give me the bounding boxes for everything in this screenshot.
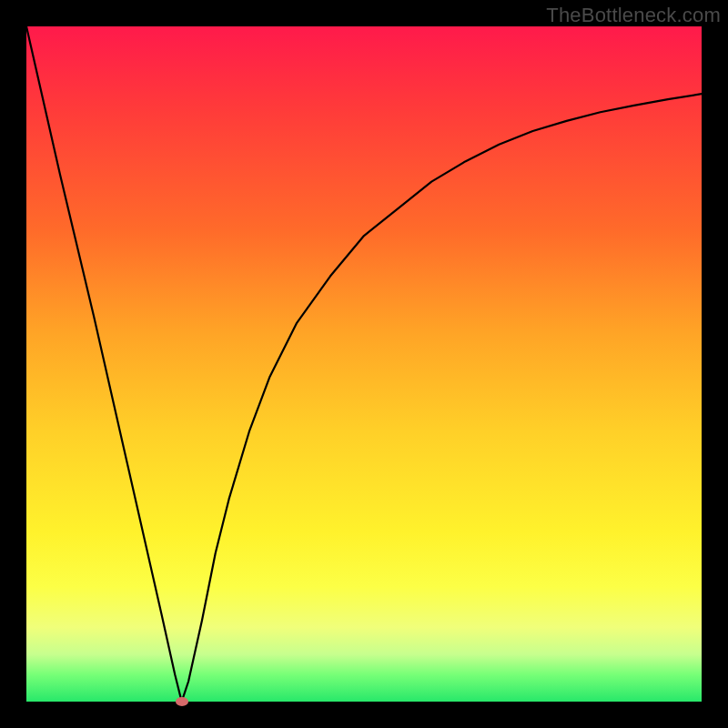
chart-frame: TheBottleneck.com [0,0,728,728]
bottleneck-curve [26,26,702,702]
watermark-text: TheBottleneck.com [546,4,721,27]
minimum-marker [176,697,188,706]
